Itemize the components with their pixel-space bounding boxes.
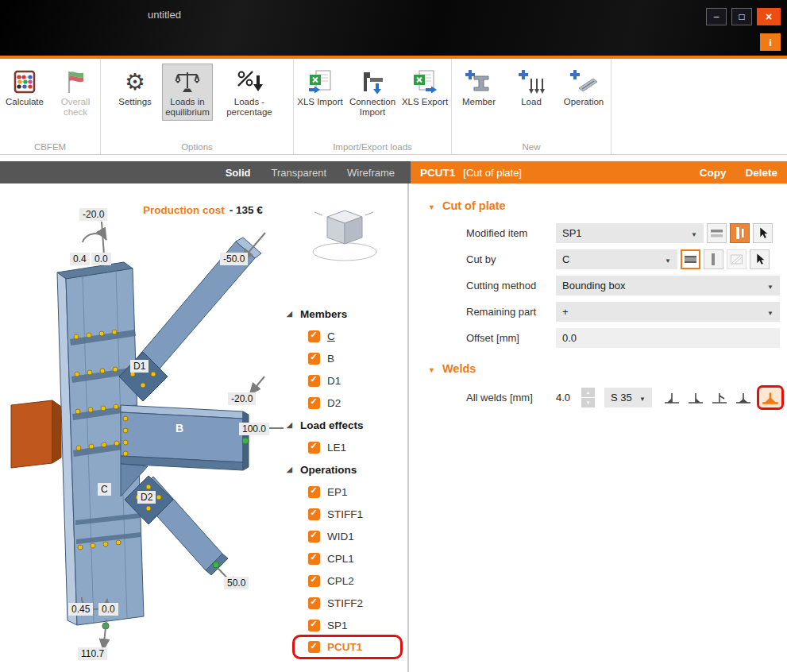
checkbox-checked-icon[interactable] <box>308 397 320 409</box>
checkbox-checked-icon[interactable] <box>308 553 320 565</box>
orientation-cube[interactable] <box>313 210 376 261</box>
checkbox-checked-icon[interactable] <box>308 442 320 454</box>
plate-item-button[interactable] <box>704 249 723 269</box>
ribbon: Calculate Overall check CBFEM <box>0 59 787 155</box>
tree-item-b[interactable]: B <box>283 347 403 369</box>
weld-size-input[interactable]: 4.0 <box>556 392 578 404</box>
tree-item-pcut1-highlighted[interactable]: PCUT1 <box>292 635 403 659</box>
tree-item-d1[interactable]: D1 <box>283 369 403 392</box>
checkbox-checked-icon[interactable] <box>308 375 320 387</box>
xls-import-button[interactable]: XLS Import <box>295 64 345 121</box>
production-cost: Production cost- 135 € <box>143 204 263 216</box>
weld-throat-type-select[interactable]: S 35 <box>604 388 652 407</box>
tree-item-c[interactable]: C <box>283 325 403 347</box>
tree-section-members[interactable]: Members <box>283 303 403 325</box>
weld-both-sides-button-highlighted[interactable] <box>757 385 784 410</box>
weld-bevel-button[interactable] <box>709 388 730 408</box>
cut-by-select[interactable]: C <box>556 249 677 269</box>
checkbox-checked-icon[interactable] <box>308 353 320 365</box>
view-mode-transparent[interactable]: Transparent <box>271 167 326 179</box>
cursor-select-button[interactable] <box>753 223 773 243</box>
window-title: untitled <box>148 9 181 21</box>
checkbox-checked-icon[interactable] <box>308 575 320 587</box>
surface-hatch-icon <box>729 252 744 267</box>
weld-fillet-right-button[interactable] <box>685 388 706 408</box>
chevron-down-icon <box>691 227 697 239</box>
beam-member-b[interactable] <box>121 405 249 496</box>
info-button[interactable]: i <box>760 33 781 51</box>
new-load-icon <box>518 67 545 97</box>
maximize-button[interactable]: □ <box>731 8 752 25</box>
weld-fillet-left-button[interactable] <box>662 388 682 408</box>
ribbon-group-label-options: Options <box>101 142 293 152</box>
checkbox-checked-icon[interactable] <box>308 531 320 543</box>
section-cut-of-plate[interactable]: Cut of plate <box>428 199 780 212</box>
tree-section-operations[interactable]: Operations <box>283 458 403 481</box>
view-mode-solid[interactable]: Solid <box>226 167 251 179</box>
settings-button[interactable]: ⚙ Settings <box>110 64 160 121</box>
tree-section-load-effects[interactable]: Load effects <box>283 414 403 436</box>
connection-import-icon <box>360 67 385 97</box>
row-offset: Offset [mm] 0.0 <box>466 327 780 348</box>
copy-button[interactable]: Copy <box>700 167 727 179</box>
connection-import-button[interactable]: Connection Import <box>347 64 398 121</box>
checkbox-checked-icon[interactable] <box>308 597 320 609</box>
3d-viewport[interactable]: Production cost- 135 € -20.0 0.4 0.0 -50… <box>0 183 409 672</box>
delete-button[interactable]: Delete <box>745 167 777 179</box>
close-button[interactable]: × <box>757 8 781 25</box>
section-welds[interactable]: Welds <box>428 362 780 375</box>
remaining-part-select[interactable]: + <box>556 302 780 322</box>
stepper-up-icon[interactable]: ▲ <box>581 388 595 397</box>
ribbon-group-label-import-export: Import/Export loads <box>294 142 451 152</box>
chevron-down-icon <box>639 392 646 404</box>
load-value-label: 50.0 <box>224 577 249 589</box>
tree-item-ep1[interactable]: EP1 <box>283 481 403 503</box>
minimize-button[interactable]: – <box>706 8 727 25</box>
close-icon: × <box>766 10 772 23</box>
tree-item-wid1[interactable]: WID1 <box>283 525 403 547</box>
modified-item-select[interactable]: SP1 <box>556 223 704 243</box>
overall-check-button[interactable]: Overall check <box>51 64 100 121</box>
weld-double-fillet-button[interactable] <box>733 388 754 408</box>
view-mode-wireframe[interactable]: Wireframe <box>347 167 395 179</box>
beam-item-button-selected[interactable] <box>681 249 700 269</box>
xls-export-button[interactable]: XLS Export <box>399 64 450 121</box>
checkbox-checked-icon[interactable] <box>308 641 320 653</box>
tree-item-stiff1[interactable]: STIFF1 <box>283 503 403 525</box>
ribbon-group-cbfem: Calculate Overall check CBFEM <box>0 59 101 154</box>
stepper-down-icon[interactable]: ▼ <box>581 398 595 407</box>
minimize-icon: – <box>714 11 719 22</box>
expander-icon <box>287 422 292 429</box>
collapse-triangle-icon <box>428 199 435 212</box>
operation-subtitle: [Cut of plate] <box>463 167 522 179</box>
cutting-method-select[interactable]: Bounding box <box>556 276 780 295</box>
tree-item-le1[interactable]: LE1 <box>283 436 403 458</box>
plate-horizontal-item-button[interactable] <box>707 223 727 243</box>
load-value-label: 100.0 <box>239 423 269 435</box>
tree-item-d2[interactable]: D2 <box>283 392 403 414</box>
new-operation-button[interactable]: Operation <box>558 64 609 110</box>
tree-item-stiff2[interactable]: STIFF2 <box>283 592 403 614</box>
operation-title: PCUT1 <box>420 167 455 179</box>
plate-vertical-item-button-selected[interactable] <box>730 223 750 243</box>
balance-scale-icon <box>175 67 200 97</box>
loads-in-equilibrium-button[interactable]: Loads in equilibrium <box>162 64 213 121</box>
new-load-button[interactable]: Load <box>506 64 557 110</box>
checkbox-checked-icon[interactable] <box>308 508 320 520</box>
plate-icon <box>706 252 721 267</box>
member-label-b: B <box>172 421 187 435</box>
tree-item-cpl2[interactable]: CPL2 <box>283 570 403 592</box>
offset-input[interactable]: 0.0 <box>556 328 780 348</box>
tree-item-cpl1[interactable]: CPL1 <box>283 547 403 570</box>
checkbox-checked-icon[interactable] <box>308 486 320 498</box>
cursor-select-button[interactable] <box>750 249 770 269</box>
tree-item-sp1[interactable]: SP1 <box>283 614 403 636</box>
loads-percentage-button[interactable]: Loads - percentage <box>214 64 284 121</box>
anchor-plate[interactable] <box>11 400 61 468</box>
load-value-label: 110.7 <box>78 647 107 660</box>
checkbox-checked-icon[interactable] <box>308 330 320 342</box>
checkbox-checked-icon[interactable] <box>308 620 320 631</box>
ribbon-group-new: Member <box>452 59 611 154</box>
calculate-button[interactable]: Calculate <box>0 64 49 121</box>
new-member-button[interactable]: Member <box>453 64 504 110</box>
